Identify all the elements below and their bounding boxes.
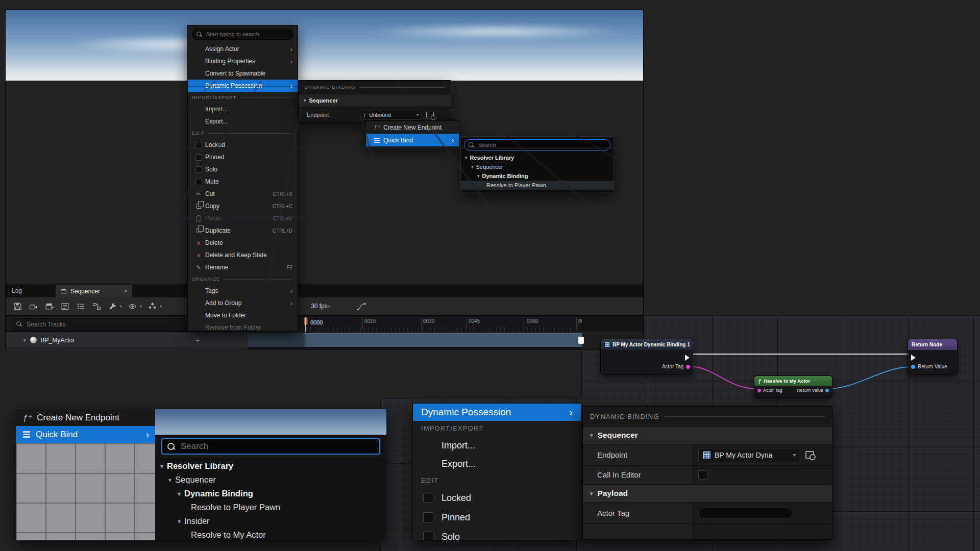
zoom-menu-item-create-new-endpoint[interactable]: ƒ⁺ Create New Endpoint (16, 409, 155, 426)
tree-item-insider[interactable]: ▾Insider (155, 514, 386, 528)
call-in-editor-checkbox[interactable] (698, 470, 707, 480)
zoom-menu-item-export[interactable]: Export... (413, 455, 581, 473)
tree-item-resolve-to-my-actor[interactable]: Resolve to My Actor (155, 528, 386, 540)
zoom-menu-item-import[interactable]: Import... (413, 436, 581, 455)
menu-item-mute[interactable]: Mute (188, 176, 298, 188)
menu-item-convert-to-spawnable[interactable]: Convert to Spawnable (188, 67, 298, 80)
timeline-scrollbar[interactable] (248, 347, 582, 350)
ruler-tick: 0015 (362, 318, 376, 330)
tab-sequencer[interactable]: Sequencer × (56, 285, 132, 297)
browse-asset-icon[interactable] (426, 112, 434, 118)
menu-item-delete-keep-state[interactable]: ×Delete and Keep State (188, 249, 298, 261)
browse-asset-icon[interactable] (805, 451, 814, 459)
tab-close-icon[interactable]: × (124, 287, 128, 295)
menu-item-dynamic-possession[interactable]: Dynamic Possession› (188, 80, 298, 92)
menu-item-move-to-folder[interactable]: Move to Folder (188, 309, 298, 321)
tree-item-dynamic-binding[interactable]: ▾Dynamic Binding (461, 171, 614, 181)
menu-search-input[interactable] (205, 31, 289, 38)
tree-item-resolve-to-player-pawn[interactable]: Resolve to Player Pawn (461, 181, 614, 190)
zoom-menu-item-solo[interactable]: Solo (413, 527, 581, 540)
tab-log[interactable]: Log (12, 284, 22, 297)
node-resolve-to-my-actor[interactable]: ƒ Resolve to My Actor Actor Tag Return V… (754, 375, 832, 397)
track-lane-section[interactable] (305, 333, 582, 347)
track-row-bp-myactor[interactable]: ▾ BP_MyActor + (6, 333, 248, 347)
pin-return-value-in[interactable]: Return Value (911, 364, 947, 369)
menu-item-create-new-endpoint[interactable]: ƒ⁺ Create New Endpoint (366, 121, 459, 134)
exec-pin-icon[interactable] (911, 355, 916, 361)
details-category-sequencer[interactable]: ▾ Sequencer (583, 426, 832, 444)
fps-dropdown[interactable]: 30 fps ▾ (307, 300, 334, 312)
menu-item-rename[interactable]: ✎RenameF2 (188, 261, 298, 273)
add-section-button[interactable]: + (195, 336, 200, 344)
create-camera-button[interactable] (28, 301, 39, 312)
tree-item-resolve-to-player-pawn[interactable]: Resolve to Player Pawn (155, 500, 386, 514)
tree-item-sequencer[interactable]: ▾Sequencer (155, 473, 386, 487)
tree-item-resolver-library[interactable]: ▾Resolver Library (461, 153, 614, 162)
menu-item-binding-properties[interactable]: Binding Properties› (188, 55, 298, 67)
locked-checkbox[interactable] (195, 142, 202, 148)
menu-item-locked[interactable]: Locked (188, 139, 298, 151)
menu-item-export[interactable]: Export... (188, 115, 298, 128)
zoom-menu-item-locked[interactable]: Locked (413, 488, 581, 508)
menu-item-paste: PasteCTRL+V (188, 212, 298, 224)
view-options-button[interactable] (127, 301, 138, 312)
cut-icon: ✂ (196, 191, 201, 197)
zoom-search-box[interactable] (161, 438, 380, 455)
quick-bind-popup: ▾Resolver Library ▾Sequencer ▾Dynamic Bi… (460, 136, 614, 192)
chevron-down-icon: ▾ (160, 304, 162, 309)
track-expand-icon[interactable]: ▾ (23, 338, 26, 343)
menu-item-solo[interactable]: Solo (188, 163, 298, 176)
actor-tag-input[interactable] (698, 508, 793, 519)
solo-checkbox[interactable] (195, 166, 202, 173)
node-return[interactable]: Return Node Return Value (908, 339, 958, 374)
binding-group-sequencer[interactable]: ▾ Sequencer (299, 94, 451, 107)
menu-item-cut[interactable]: ✂CutCTRL+X (188, 188, 298, 200)
solo-checkbox[interactable] (423, 532, 433, 540)
scrollbar-thumb[interactable] (578, 337, 584, 344)
zoom-menu-item-pinned[interactable]: Pinned (413, 508, 581, 527)
menu-search-box[interactable] (192, 29, 293, 40)
playback-options-button[interactable] (107, 301, 118, 312)
pinned-checkbox[interactable] (195, 154, 202, 161)
menu-item-quick-bind[interactable]: Quick Bind › (366, 134, 459, 146)
endpoint-submenu: ƒ⁺ Create New Endpoint Quick Bind › (365, 120, 459, 146)
zoom-menu-item-dynamic-possession[interactable]: Dynamic Possession › (413, 404, 581, 421)
tree-item-resolver-library[interactable]: ▾Resolver Library (155, 459, 386, 473)
menu-item-delete[interactable]: ×Delete (188, 237, 298, 249)
actions-button[interactable] (75, 301, 86, 312)
zoom-menu-item-quick-bind[interactable]: Quick Bind › (16, 426, 155, 443)
endpoint-dropdown[interactable]: ƒ Unbound ▾ (360, 110, 422, 120)
endpoint-value: Unbound (369, 112, 391, 118)
pin-actor-tag-out[interactable]: Actor Tag (662, 364, 690, 369)
save-button[interactable] (12, 301, 23, 312)
menu-item-tags[interactable]: Tags› (188, 285, 298, 297)
render-movie-button[interactable] (43, 301, 55, 312)
menu-item-assign-actor[interactable]: Assign Actor› (188, 43, 298, 55)
keyframe-options-button[interactable] (146, 301, 158, 312)
node-binding-event[interactable]: BP My Actor Dynamic Binding 1 Actor Tag (600, 339, 693, 374)
tree-item-dynamic-binding[interactable]: ▾Dynamic Binding (155, 487, 386, 500)
playhead-marker[interactable] (304, 317, 308, 325)
pinned-checkbox[interactable] (423, 512, 433, 522)
pin-actor-tag-in[interactable]: Actor Tag (757, 388, 782, 393)
endpoint-dropdown[interactable]: BP My Actor Dyna ▾ (698, 448, 800, 462)
quick-bind-search-box[interactable] (464, 139, 610, 151)
details-category-payload[interactable]: ▾ Payload (583, 484, 832, 503)
tree-item-sequencer[interactable]: ▾Sequencer (461, 162, 614, 171)
menu-item-pinned[interactable]: Pinned (188, 151, 298, 163)
menu-item-add-to-group[interactable]: Add to Group› (188, 297, 298, 309)
edit-details-button[interactable] (59, 301, 70, 312)
quick-bind-search-input[interactable] (477, 141, 606, 148)
exec-pin-icon[interactable] (685, 355, 690, 361)
mute-checkbox[interactable] (195, 179, 202, 185)
locked-checkbox[interactable] (423, 493, 433, 503)
actor-sphere-icon (30, 337, 37, 343)
zoom-search-input[interactable] (180, 441, 374, 452)
pin-return-value-out[interactable]: Return Value (797, 388, 829, 393)
sequencer-node-button[interactable] (91, 301, 102, 312)
menu-item-import[interactable]: Import... (188, 103, 298, 115)
menu-item-duplicate[interactable]: DuplicateCTRL+D (188, 224, 298, 237)
track-lane-outside-range[interactable] (248, 333, 305, 347)
menu-item-copy[interactable]: CopyCTRL+C (188, 200, 298, 212)
curve-editor-button[interactable] (356, 301, 367, 312)
